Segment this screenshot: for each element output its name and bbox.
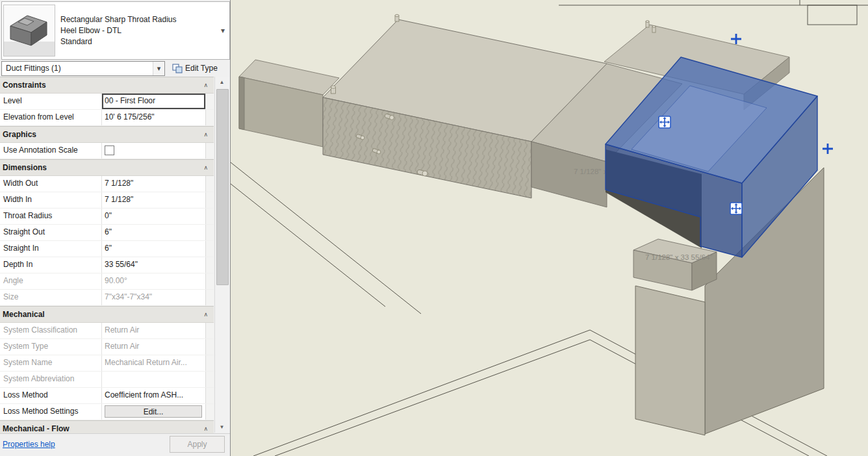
row-width-in: Width In 7 1/128" [0, 192, 214, 209]
type-name: Rectangular Sharp Throat Radius Heel Elb… [55, 14, 216, 47]
row-angle: Angle 90.00° [0, 273, 214, 290]
system-abbreviation-field [101, 372, 205, 387]
value-side-cell [205, 339, 214, 355]
type-selector[interactable]: Rectangular Sharp Throat Radius Heel Elb… [1, 1, 230, 60]
use-annotation-scale-cell [101, 143, 205, 158]
scrollbar-thumb[interactable] [216, 89, 229, 285]
properties-grid: Constraints ∧ Level 00 - First Floor Ele… [0, 77, 214, 453]
straight-in-field[interactable]: 6" [101, 241, 205, 257]
row-straight-in: Straight In 6" [0, 241, 214, 257]
value-side-cell [205, 355, 214, 371]
row-throat-radius: Throat Radius 0" [0, 209, 214, 225]
move-grip-icon[interactable] [659, 116, 670, 128]
move-grip-icon[interactable] [730, 203, 742, 214]
use-annotation-scale-checkbox[interactable] [105, 146, 114, 155]
section-header-mechanical[interactable]: Mechanical ∧ [0, 306, 214, 323]
value-side-cell [205, 372, 214, 387]
section-header-dimensions[interactable]: Dimensions ∧ [0, 159, 214, 176]
row-level: Level 00 - First Floor [0, 94, 214, 110]
system-type-field: Return Air [101, 339, 205, 355]
collapse-chevron-icon[interactable]: ∧ [203, 311, 208, 318]
value-side-cell [205, 388, 214, 403]
type-thumbnail-elbow-icon [3, 5, 55, 57]
properties-scrollbar[interactable]: ▲ ▼ [214, 77, 229, 433]
loss-method-field[interactable]: Coefficient from ASH... [101, 388, 205, 403]
value-side-cell [205, 225, 214, 240]
level-value-field[interactable]: 00 - First Floor [101, 94, 205, 109]
section-header-constraints[interactable]: Constraints ∧ [0, 77, 214, 94]
row-straight-out: Straight Out 6" [0, 225, 214, 241]
row-width-out: Width Out 7 1/128" [0, 176, 214, 192]
loss-method-settings-cell: Edit... [101, 404, 205, 420]
type-selector-dropdown-icon[interactable]: ▾ [216, 26, 229, 35]
dimension-label: 7 1/128" x 33 55/64" [645, 253, 712, 261]
collapse-chevron-icon[interactable]: ∧ [203, 82, 208, 88]
value-side-cell [205, 404, 214, 420]
value-side-cell [205, 192, 214, 208]
3d-view-canvas[interactable]: 7 1/128" x 33 55 7 1/128" x 33 55/64" [231, 0, 868, 456]
value-side-cell [205, 94, 214, 109]
revit-window: Rectangular Sharp Throat Radius Heel Elb… [0, 0, 868, 456]
3d-viewport[interactable]: 7 1/128" x 33 55 7 1/128" x 33 55/64" [231, 0, 868, 456]
section-header-graphics[interactable]: Graphics ∧ [0, 126, 214, 143]
value-side-cell [205, 143, 214, 158]
width-out-field[interactable]: 7 1/128" [101, 176, 205, 192]
value-side-cell [205, 241, 214, 257]
collapse-chevron-icon[interactable]: ∧ [203, 425, 208, 432]
row-loss-method-settings: Loss Method Settings Edit... [0, 404, 214, 420]
straight-out-field[interactable]: 6" [101, 225, 205, 240]
size-field: 7"x34"-7"x34" [101, 290, 205, 305]
row-system-name: System Name Mechanical Return Air... [0, 355, 214, 372]
value-side-cell [205, 176, 214, 192]
properties-footer: Properties help Apply [0, 433, 230, 456]
value-side-cell [205, 110, 214, 125]
row-system-abbreviation: System Abbreviation [0, 372, 214, 388]
collapse-chevron-icon[interactable]: ∧ [203, 131, 208, 138]
row-size: Size 7"x34"-7"x34" [0, 290, 214, 306]
width-in-field[interactable]: 7 1/128" [101, 192, 205, 208]
row-elevation-from-level: Elevation from Level 10' 6 175/256" [0, 110, 214, 126]
edit-type-button[interactable]: Edit Type [170, 62, 220, 75]
row-system-type: System Type Return Air [0, 339, 214, 355]
apply-button[interactable]: Apply [170, 436, 225, 453]
properties-help-link[interactable]: Properties help [3, 440, 55, 449]
system-classification-field: Return Air [101, 323, 205, 338]
throat-radius-field[interactable]: 0" [101, 209, 205, 224]
row-loss-method: Loss Method Coefficient from ASH... [0, 388, 214, 404]
value-side-cell [205, 257, 214, 273]
value-side-cell [205, 209, 214, 224]
value-side-cell [205, 290, 214, 305]
row-system-classification: System Classification Return Air [0, 323, 214, 339]
value-side-cell [205, 273, 214, 289]
edit-type-icon [172, 64, 183, 73]
elevation-value-field[interactable]: 10' 6 175/256" [101, 110, 205, 125]
scrollbar-down-icon[interactable]: ▼ [215, 422, 229, 433]
collapse-chevron-icon[interactable]: ∧ [203, 164, 208, 171]
vertical-duct-front-face[interactable] [635, 286, 705, 435]
angle-field: 90.00° [101, 273, 205, 289]
combobox-dropdown-icon[interactable]: ▾ [153, 62, 164, 75]
row-depth-in: Depth In 33 55/64" [0, 257, 214, 273]
depth-in-field[interactable]: 33 55/64" [101, 257, 205, 273]
selection-filter-row: Duct Fittings (1) ▾ Edit Type [0, 60, 230, 77]
scrollbar-up-icon[interactable]: ▲ [215, 77, 229, 88]
value-side-cell [205, 323, 214, 338]
selection-filter-combobox[interactable]: Duct Fittings (1) ▾ [1, 61, 165, 76]
properties-panel: Rectangular Sharp Throat Radius Heel Elb… [0, 0, 231, 456]
system-name-field: Mechanical Return Air... [101, 355, 205, 371]
row-use-annotation-scale: Use Annotation Scale [0, 143, 214, 159]
loss-method-edit-button[interactable]: Edit... [105, 405, 202, 418]
